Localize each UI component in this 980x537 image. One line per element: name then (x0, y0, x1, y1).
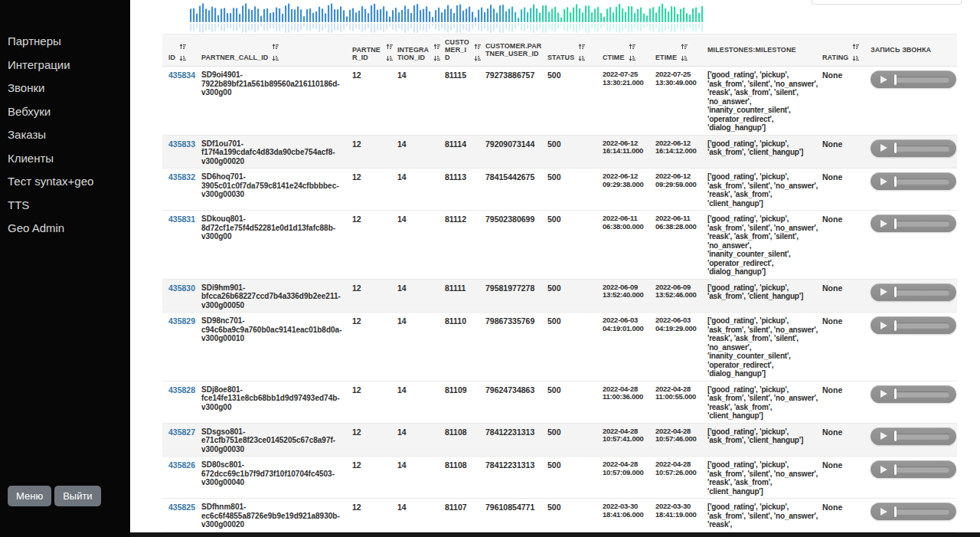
column-header[interactable]: CTIME (603, 34, 655, 67)
player-scrubber[interactable] (894, 431, 897, 441)
player-scrubber[interactable] (894, 464, 897, 475)
audio-player[interactable] (871, 214, 956, 232)
call-id-link[interactable]: 435825 (168, 503, 195, 512)
audio-waveform[interactable] (190, 2, 706, 34)
call-id-link[interactable]: 435833 (168, 139, 195, 149)
column-header[interactable]: PARTNER_CALL_ID (201, 34, 352, 67)
call-id-link[interactable]: 435826 (168, 460, 195, 470)
column-header[interactable]: STATUS (547, 34, 603, 67)
sidebar-item[interactable]: Тест syntax+geo (8, 175, 130, 188)
player-scrubber[interactable] (894, 176, 897, 187)
column-label: STATUS (547, 54, 574, 61)
play-icon[interactable] (880, 144, 887, 152)
play-icon[interactable] (880, 178, 887, 185)
customer-id-cell: 81108 (445, 423, 485, 457)
sidebar-item[interactable]: TTS (8, 198, 130, 212)
logout-button[interactable]: Выйти (54, 486, 101, 506)
sort-ascending-icon[interactable] (681, 44, 688, 50)
player-track[interactable] (894, 467, 949, 472)
sidebar-item[interactable]: Клиенты (8, 152, 130, 165)
player-track[interactable] (894, 221, 949, 226)
sidebar-item[interactable]: Интеграции (8, 58, 130, 72)
audio-player[interactable] (871, 172, 956, 190)
sort-ascending-icon[interactable] (474, 44, 481, 50)
sort-descending-icon[interactable] (386, 55, 393, 61)
column-header[interactable]: CUSTOMER_ID (445, 34, 485, 67)
player-scrubber[interactable] (894, 320, 897, 331)
play-icon[interactable] (880, 466, 887, 473)
call-id-link[interactable]: 435829 (168, 316, 195, 326)
sort-ascending-icon[interactable] (386, 44, 393, 50)
player-track[interactable] (894, 509, 949, 514)
milestones-cell: ['good_rating', 'pickup', 'ask_from', 's… (707, 457, 822, 499)
play-icon[interactable] (880, 288, 887, 296)
audio-player[interactable] (871, 503, 956, 520)
column-header[interactable]: ID (162, 34, 201, 67)
call-row: 435832 SD6hoq701-3905c01c0f7da759c8141e2… (162, 169, 957, 211)
rating-cell: None (822, 381, 871, 423)
sort-ascending-icon[interactable] (433, 44, 440, 50)
play-icon[interactable] (880, 220, 887, 228)
call-id-link[interactable]: 435827 (168, 427, 195, 437)
status-cell: 500 (547, 313, 603, 381)
audio-player[interactable] (871, 70, 956, 88)
call-id-link[interactable]: 435831 (168, 214, 195, 224)
sidebar-item[interactable]: Заказы (8, 128, 130, 142)
sidebar-item[interactable]: Звонки (8, 81, 130, 95)
player-scrubber[interactable] (894, 506, 897, 517)
player-track[interactable] (894, 434, 949, 439)
column-header[interactable]: PARTNER_ID (352, 34, 397, 67)
audio-player[interactable] (871, 385, 956, 403)
player-track[interactable] (894, 391, 949, 397)
sort-ascending-icon[interactable] (272, 44, 279, 50)
sort-descending-icon[interactable] (681, 55, 688, 61)
sort-descending-icon[interactable] (629, 55, 635, 61)
sort-descending-icon[interactable] (433, 55, 440, 61)
player-scrubber[interactable] (894, 218, 897, 229)
sort-descending-icon[interactable] (578, 55, 585, 61)
player-scrubber[interactable] (894, 287, 897, 297)
player-track[interactable] (894, 178, 949, 184)
sidebar-item[interactable]: Партнеры (8, 34, 130, 48)
player-scrubber[interactable] (894, 388, 897, 399)
column-header[interactable]: RATING (822, 34, 871, 67)
sort-descending-icon[interactable] (852, 55, 859, 61)
sort-descending-icon[interactable] (272, 55, 279, 61)
player-track[interactable] (894, 290, 949, 295)
sort-ascending-icon[interactable] (179, 44, 186, 50)
sort-descending-icon[interactable] (474, 55, 481, 61)
call-id-link[interactable]: 435832 (168, 172, 195, 182)
play-icon[interactable] (880, 322, 887, 329)
player-scrubber[interactable] (894, 142, 897, 153)
call-id-cell: 435832 (162, 169, 201, 211)
play-icon[interactable] (880, 508, 887, 516)
audio-player[interactable] (871, 460, 956, 478)
audio-player[interactable] (871, 316, 956, 334)
player-track[interactable] (894, 323, 949, 328)
play-icon[interactable] (880, 76, 887, 83)
audio-player[interactable] (871, 283, 956, 301)
call-id-cell: 435827 (162, 423, 201, 457)
player-track[interactable] (894, 146, 949, 151)
sidebar-item[interactable]: Geo Admin (8, 221, 130, 235)
play-icon[interactable] (880, 432, 887, 440)
column-header[interactable]: INTEGRATION_ID (397, 34, 445, 67)
player-scrubber[interactable] (894, 74, 897, 85)
audio-player[interactable] (871, 427, 956, 445)
sort-ascending-icon[interactable] (629, 44, 635, 50)
audio-player[interactable] (871, 139, 956, 157)
sort-ascending-icon[interactable] (578, 44, 585, 50)
column-header[interactable]: ETIME (655, 34, 707, 67)
horizontal-scrollbar[interactable] (130, 532, 980, 537)
call-id-link[interactable]: 435830 (168, 283, 195, 293)
rating-cell: None (822, 457, 871, 499)
call-id-link[interactable]: 435828 (168, 385, 195, 395)
sidebar-item[interactable]: Вебхуки (8, 105, 130, 119)
sort-descending-icon[interactable] (179, 55, 186, 61)
player-track[interactable] (894, 77, 949, 82)
play-icon[interactable] (880, 390, 887, 398)
call-id-link[interactable]: 435834 (168, 70, 195, 80)
integration-id-cell: 14 (397, 457, 445, 499)
sort-ascending-icon[interactable] (852, 44, 859, 50)
menu-button[interactable]: Меню (8, 486, 51, 506)
